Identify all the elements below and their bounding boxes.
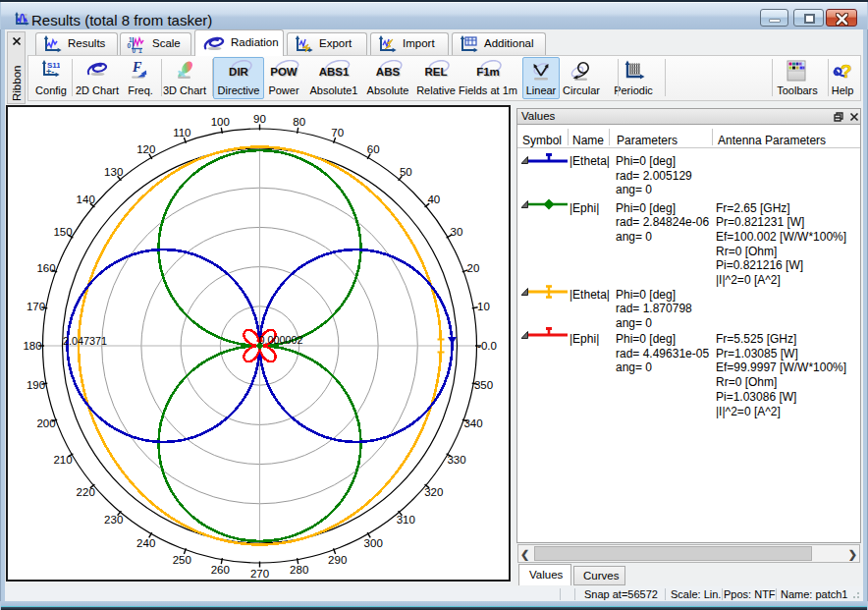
svg-text:260: 260	[211, 564, 230, 576]
svg-text:270: 270	[250, 568, 269, 580]
svg-text:180: 180	[23, 340, 41, 352]
svg-text:90: 90	[253, 113, 266, 125]
svg-text:110: 110	[173, 127, 190, 139]
svg-text:1: 1	[138, 47, 142, 54]
svg-text:150: 150	[53, 226, 72, 238]
svg-text:30: 30	[451, 226, 463, 238]
svg-text:DIR: DIR	[229, 66, 249, 78]
svg-text:POW: POW	[270, 66, 298, 78]
svg-text:?: ?	[841, 61, 852, 82]
svg-text:0.000002: 0.000002	[259, 334, 303, 346]
svg-text:70: 70	[331, 127, 344, 139]
svg-text:80: 80	[293, 116, 305, 128]
svg-text:20: 20	[467, 262, 480, 274]
svg-text:330: 330	[447, 454, 465, 466]
svg-text:10: 10	[477, 301, 490, 312]
svg-text:320: 320	[424, 486, 443, 498]
svg-text:100: 100	[211, 116, 230, 128]
svg-text:300: 300	[364, 537, 383, 549]
svg-text:40: 40	[427, 194, 440, 205]
svg-text:60: 60	[367, 143, 380, 155]
svg-text:190: 190	[27, 379, 45, 391]
svg-text:F: F	[132, 60, 142, 75]
svg-text:-0.0: -0.0	[477, 340, 497, 352]
svg-text:280: 280	[290, 564, 308, 576]
svg-text:240: 240	[136, 537, 155, 549]
svg-text:310: 310	[397, 514, 415, 526]
svg-text:290: 290	[328, 554, 347, 566]
svg-text:F1m: F1m	[476, 66, 500, 78]
svg-text:250: 250	[173, 554, 191, 566]
svg-text:170: 170	[27, 301, 45, 312]
svg-text:ABS: ABS	[376, 66, 401, 78]
svg-text:340: 340	[463, 417, 482, 429]
svg-text:120: 120	[136, 143, 155, 155]
svg-text:2.047371: 2.047371	[63, 335, 107, 347]
svg-text:140: 140	[77, 194, 95, 205]
svg-text:REL: REL	[425, 66, 448, 78]
svg-text:130: 130	[104, 166, 123, 178]
svg-text:0: 0	[128, 42, 132, 49]
svg-text:50: 50	[400, 166, 412, 178]
svg-text:+-: +-	[46, 67, 54, 77]
svg-text:350: 350	[474, 379, 493, 391]
svg-text:230: 230	[104, 514, 123, 526]
svg-text:210: 210	[53, 454, 72, 466]
svg-text:220: 220	[77, 486, 95, 498]
svg-text:160: 160	[36, 262, 55, 274]
svg-text:200: 200	[36, 417, 55, 429]
svg-text:ABS1: ABS1	[319, 66, 350, 78]
